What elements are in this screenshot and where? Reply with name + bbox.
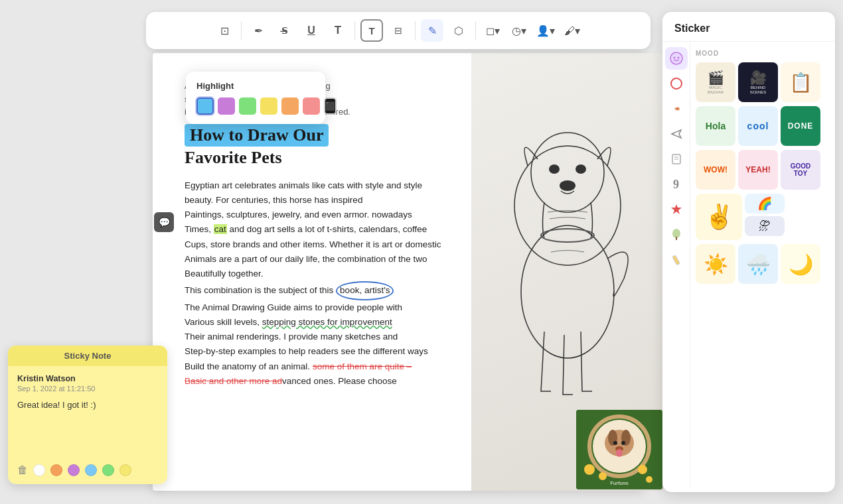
highlight-colors-row: ⬛ bbox=[196, 97, 315, 115]
sticky-note-body: Kristin Watson Sep 1, 2022 at 11:21:50 G… bbox=[8, 366, 167, 459]
shape-tool-btn[interactable]: ◻▾ bbox=[481, 19, 504, 42]
svg-point-13 bbox=[613, 441, 617, 445]
toolbar-divider-2 bbox=[354, 21, 355, 40]
sticker-grid: MOOD 🎬 MAGICBAZAAR 🎥 BEHINDSCENES 📋 H bbox=[690, 42, 835, 487]
pen-tool-btn[interactable]: ✒ bbox=[247, 19, 269, 42]
underline-tool-btn[interactable]: U bbox=[300, 19, 323, 42]
sticker-rain[interactable]: 🌧️ bbox=[738, 244, 778, 284]
table-tool-btn[interactable]: ⊟ bbox=[387, 19, 410, 42]
sticker-sidebar-plane[interactable] bbox=[665, 123, 688, 145]
sticker-sidebar-arrow[interactable] bbox=[665, 97, 688, 120]
sticky-message: Great idea! I got it! :) bbox=[17, 399, 158, 411]
sticker-sun[interactable]: ☀️ bbox=[696, 244, 735, 284]
sticker-moon[interactable]: 🌙 bbox=[781, 244, 820, 284]
highlight-popup-title: Highlight bbox=[196, 81, 315, 91]
color-orange-dot[interactable] bbox=[281, 97, 299, 115]
sticker-rainbow[interactable]: 🌈 bbox=[745, 194, 785, 214]
sticky-color-purple[interactable] bbox=[68, 464, 80, 476]
svg-point-16 bbox=[616, 449, 623, 457]
doc-title-line1: How to Draw Our bbox=[185, 124, 329, 147]
svg-point-17 bbox=[584, 464, 595, 475]
sticker-sidebar-circle[interactable] bbox=[665, 72, 688, 95]
highlight-popup: Highlight ⬛ bbox=[186, 72, 325, 124]
text-tool-btn[interactable]: T bbox=[327, 19, 349, 42]
svg-point-6 bbox=[541, 229, 594, 242]
svg-point-18 bbox=[599, 472, 607, 480]
squiggle-underline: stepping stones for improvement bbox=[262, 317, 392, 327]
sticker-wow[interactable]: WOW! bbox=[696, 150, 735, 190]
svg-point-24 bbox=[677, 57, 679, 59]
sticker-panel-title: Sticker bbox=[662, 12, 835, 42]
shape2-tool-btn[interactable]: ◷▾ bbox=[508, 19, 530, 42]
svg-point-5 bbox=[521, 225, 614, 358]
svg-point-29 bbox=[672, 229, 680, 238]
dog-sketch-svg bbox=[478, 106, 657, 438]
sticky-note-footer: 🗑 bbox=[8, 459, 167, 484]
sticker-magic-bazaar[interactable]: 🎬 MAGICBAZAAR bbox=[696, 62, 735, 102]
svg-point-25 bbox=[671, 78, 682, 89]
svg-point-20 bbox=[646, 476, 652, 483]
svg-point-22 bbox=[670, 52, 682, 64]
color-pink-dot[interactable] bbox=[303, 97, 320, 115]
toolbar-divider-4 bbox=[475, 21, 476, 40]
sticker-row-1: 🎬 MAGICBAZAAR 🎥 BEHINDSCENES 📋 bbox=[696, 62, 830, 102]
sticky-color-blue[interactable] bbox=[85, 464, 97, 476]
sticker-sidebar: 9 bbox=[662, 42, 690, 487]
sticker-sidebar-nature[interactable] bbox=[665, 223, 688, 246]
sticker-hola[interactable]: Hola bbox=[696, 106, 735, 146]
sticker-sidebar-number[interactable]: 9 bbox=[665, 173, 688, 196]
svg-rect-30 bbox=[676, 237, 677, 240]
sticker-peace[interactable]: ✌️ bbox=[696, 194, 742, 240]
sticky-note: Sticky Note Kristin Watson Sep 1, 2022 a… bbox=[8, 346, 167, 484]
sticker-behind-scenes[interactable]: 🎥 BEHINDSCENES bbox=[738, 62, 778, 102]
svg-point-1 bbox=[531, 133, 604, 212]
sticky-date: Sep 1, 2022 at 11:21:50 bbox=[17, 385, 158, 393]
person-tool-btn[interactable]: 👤▾ bbox=[534, 19, 557, 42]
color-yellow-dot[interactable] bbox=[260, 97, 277, 115]
circle-annotation: book, artist's bbox=[336, 281, 394, 300]
sticker-notes[interactable]: 📋 bbox=[781, 62, 820, 102]
highlighter-tool-btn[interactable]: ✎ bbox=[421, 19, 443, 42]
sticker-panel: Sticker 9 bbox=[662, 12, 835, 492]
selection-tool-btn[interactable]: ⊡ bbox=[213, 19, 236, 42]
color-green-dot[interactable] bbox=[239, 97, 256, 115]
brush-tool-btn[interactable]: 🖌▾ bbox=[561, 19, 583, 42]
toolbar-divider-1 bbox=[241, 21, 242, 40]
line-tool-btn[interactable]: ⬡ bbox=[447, 19, 470, 42]
sticker-sidebar-pencil[interactable] bbox=[665, 249, 688, 271]
svg-rect-31 bbox=[672, 255, 679, 265]
sticker-storm[interactable]: ⛈ bbox=[745, 216, 785, 236]
textbox-tool-btn[interactable]: T bbox=[360, 19, 383, 42]
embroidery-photo-svg: Furfuno bbox=[576, 410, 662, 489]
sticky-delete-icon[interactable]: 🗑 bbox=[17, 464, 28, 476]
sticky-color-white[interactable] bbox=[33, 464, 45, 476]
color-custom-dot[interactable]: ⬛ bbox=[324, 97, 337, 115]
comment-icon[interactable]: 💬 bbox=[154, 212, 174, 232]
sticker-done[interactable]: DONE bbox=[781, 106, 820, 146]
svg-point-23 bbox=[673, 57, 675, 59]
sticker-row-3: WOW! YEAH! GOODTOY bbox=[696, 150, 830, 190]
sticker-sidebar-mood[interactable] bbox=[665, 47, 688, 70]
sticker-sidebar-note[interactable] bbox=[665, 148, 688, 170]
svg-point-4 bbox=[560, 180, 575, 191]
sticky-color-green[interactable] bbox=[102, 464, 114, 476]
color-purple-dot[interactable] bbox=[218, 97, 235, 115]
strikethrough-text: some of them are quite – bbox=[313, 361, 412, 371]
sticker-row-4: ✌️ 🌈 ⛈ bbox=[696, 194, 830, 240]
green-highlight: cat bbox=[214, 224, 227, 234]
toolbar: ⊡ ✒ S̶ U T T ⊟ ✎ ⬡ ◻▾ ◷▾ 👤▾ 🖌▾ bbox=[146, 12, 651, 49]
eraser-tool-btn[interactable]: S̶ bbox=[273, 19, 296, 42]
sticky-color-orange[interactable] bbox=[50, 464, 62, 476]
sticker-yeah[interactable]: YEAH! bbox=[738, 150, 778, 190]
small-dog-photo: Furfuno bbox=[576, 410, 662, 489]
sticker-cool[interactable]: cool bbox=[738, 106, 778, 146]
sticky-empty-area bbox=[17, 411, 158, 451]
color-blue-dot[interactable] bbox=[196, 97, 214, 115]
sticker-panel-content: 9 MOOD 🎬 MAGICBAZAAR 🎥 BE bbox=[662, 42, 835, 487]
sticky-author: Kristin Watson bbox=[17, 374, 158, 383]
sticky-color-yellow[interactable] bbox=[119, 464, 131, 476]
sticker-good-toy[interactable]: GOODTOY bbox=[781, 150, 820, 190]
strikethrough-text-2: Basic and other more ad bbox=[185, 376, 282, 386]
sticker-row-2: Hola cool DONE bbox=[696, 106, 830, 146]
sticker-sidebar-badge[interactable] bbox=[665, 198, 688, 221]
